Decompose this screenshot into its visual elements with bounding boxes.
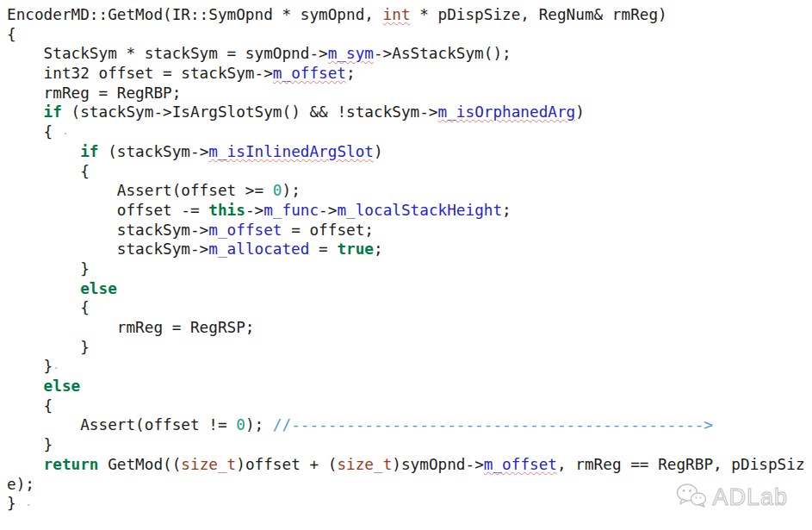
code-token: else: [80, 280, 117, 297]
code-token: rmReg = RegRSP;: [7, 319, 255, 336]
code-line: {: [7, 298, 812, 318]
code-token: size_t: [337, 456, 392, 473]
code-token: ·: [62, 127, 69, 140]
code-token: else: [44, 377, 81, 395]
code-line: Assert(offset >= 0);: [7, 181, 812, 201]
code-token: m_offset: [273, 65, 346, 82]
code-line: {: [7, 396, 812, 416]
code-token: {: [7, 397, 53, 415]
code-token: ->: [245, 202, 263, 219]
code-line: else: [7, 279, 812, 299]
code-line: rmReg = RegRBP;: [7, 84, 812, 103]
code-token: m_offset: [208, 221, 282, 239]
code-line: EncoderMD::GetMod(IR::SymOpnd * symOpnd,…: [7, 5, 812, 25]
code-token: }: [7, 339, 90, 356]
code-token: StackSym * stackSym = symOpnd->: [7, 45, 328, 62]
code-line: stackSym->m_allocated = true;: [7, 240, 812, 259]
code-token: Assert(offset !=: [7, 416, 236, 433]
code-token: int: [383, 6, 411, 23]
code-token: return: [44, 456, 99, 473]
code-token: m_localStackHeight: [337, 202, 502, 219]
code-editor-window: { "colors": { "background": "#ffffff", "…: [0, 0, 812, 530]
code-token: stackSym->: [7, 240, 208, 258]
code-line: if (stackSym->m_isInlinedArgSlot): [7, 142, 812, 162]
code-line: Assert(offset != 0); //-----------------…: [7, 415, 812, 435]
code-line: offset -= this->m_func->m_localStackHeig…: [7, 201, 812, 221]
watermark-label: ADLab: [712, 484, 788, 511]
code-line: }·: [7, 357, 812, 377]
code-token: m_offset: [484, 456, 557, 473]
code-token: , rmReg == RegRBP, pDispSiz: [557, 456, 805, 473]
code-token: [7, 143, 80, 160]
code-line: int32 offset = stackSym->m_offset;: [7, 64, 812, 84]
code-line: return GetMod((size_t)offset + (size_t)s…: [7, 455, 812, 475]
code-token: [7, 377, 44, 395]
code-token: ): [374, 143, 383, 160]
code-token: )offset + (: [236, 456, 337, 473]
code-token: (stackSym->IsArgSlotSym() && !stackSym->: [62, 103, 438, 121]
code-line: { ·: [7, 122, 812, 142]
code-token: {: [7, 123, 62, 140]
code-token: ;: [374, 240, 383, 258]
code-token: =: [309, 240, 337, 258]
code-line: stackSym->m_offset = offset;: [7, 221, 812, 240]
code-line: rmReg = RegRSP;: [7, 318, 812, 338]
code-line: }: [7, 259, 812, 279]
code-token: this: [208, 202, 245, 219]
code-token: int32 offset = stackSym->: [7, 65, 273, 82]
code-token: m_func: [263, 202, 319, 219]
code-token: ;: [346, 65, 356, 82]
code-token: (stackSym->: [99, 143, 209, 160]
code-line: }: [7, 338, 812, 358]
code-token: [7, 456, 44, 473]
code-token: Assert(offset >=: [7, 182, 273, 199]
code-line: }: [7, 435, 812, 455]
code-token: [7, 280, 80, 297]
code-token: ->AsStackSym();: [374, 45, 511, 62]
code-token: ->: [319, 202, 337, 219]
code-token: m_sym: [328, 45, 374, 62]
code-token: ): [575, 103, 585, 121]
code-token: rmReg = RegRBP;: [7, 84, 181, 102]
code-line: StackSym * stackSym = symOpnd->m_sym->As…: [7, 44, 812, 64]
code-token: }: [7, 260, 90, 277]
wechat-logo-icon: [676, 482, 707, 513]
code-token: 0: [236, 416, 245, 433]
code-token: = offset;: [282, 221, 374, 239]
code-line: if (stackSym->IsArgSlotSym() && !stackSy…: [7, 103, 812, 122]
code-token: e);: [7, 476, 34, 493]
code-token: ·: [53, 361, 59, 374]
code-token: m_allocated: [208, 240, 309, 258]
code-token: //--------------------------------------…: [273, 416, 713, 433]
watermark: ADLab: [676, 482, 788, 513]
code-token: {: [7, 26, 16, 43]
code-token: {: [7, 163, 90, 180]
code-token: {: [7, 299, 90, 316]
code-token: );: [282, 182, 300, 199]
code-token: }: [7, 495, 25, 512]
code-content[interactable]: EncoderMD::GetMod(IR::SymOpnd * symOpnd,…: [0, 0, 812, 514]
code-line: {: [7, 162, 812, 182]
code-token: }: [7, 358, 53, 375]
code-token: [7, 103, 44, 121]
code-token: EncoderMD::GetMod(IR::SymOpnd * symOpnd,: [7, 6, 383, 23]
code-token: )symOpnd->: [392, 456, 484, 473]
code-token: m_isInlinedArgSlot: [208, 143, 374, 160]
code-token: if: [80, 143, 98, 160]
code-token: size_t: [181, 456, 236, 473]
code-line: else: [7, 377, 812, 396]
code-token: m_isOrphanedArg: [438, 103, 576, 121]
code-token: if: [44, 103, 62, 121]
code-token: 0: [273, 182, 282, 199]
code-token: GetMod((: [99, 456, 182, 473]
code-token: ·: [25, 498, 32, 511]
code-token: ;: [502, 202, 511, 219]
code-line: {: [7, 25, 812, 45]
code-token: offset -=: [7, 202, 208, 219]
code-token: }: [7, 436, 53, 453]
code-token: );: [245, 416, 273, 433]
code-token: * pDispSize, RegNum& rmReg): [411, 6, 667, 23]
code-token: stackSym->: [7, 221, 208, 239]
code-token: true: [337, 240, 374, 258]
